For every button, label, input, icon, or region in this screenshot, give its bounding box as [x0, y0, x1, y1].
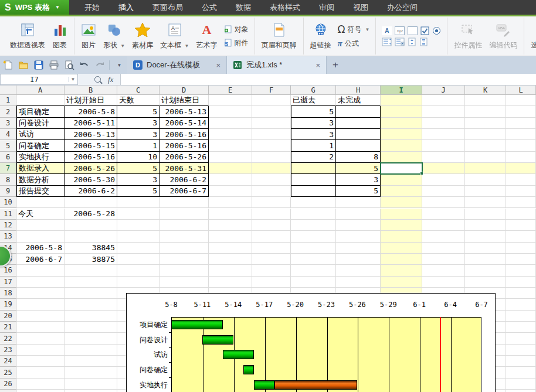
grid-cell[interactable]: [381, 254, 422, 265]
grid-cell[interactable]: 计划开始日: [65, 95, 117, 106]
grid-cell[interactable]: 2006-5-30: [65, 174, 117, 185]
grid-cell[interactable]: [336, 129, 381, 140]
grid-cell[interactable]: [506, 220, 536, 231]
grid-cell[interactable]: [336, 231, 381, 242]
ribbon-button[interactable]: 素材库: [129, 19, 156, 53]
grid-cell[interactable]: [160, 243, 209, 254]
text-input-control-icon[interactable]: xyz: [395, 26, 405, 35]
grid-cell[interactable]: 3: [117, 174, 160, 185]
grid-cell[interactable]: [506, 140, 536, 151]
grid-cell[interactable]: [65, 197, 117, 208]
column-header[interactable]: E: [209, 86, 252, 95]
grid-cell[interactable]: [252, 254, 291, 265]
grid-cell[interactable]: [209, 163, 252, 174]
grid-cell[interactable]: [209, 140, 252, 151]
grid-cell[interactable]: 5: [117, 186, 160, 197]
grid-cell[interactable]: [506, 231, 536, 242]
grid-cell[interactable]: [65, 322, 117, 333]
gantt-bar-elapsed[interactable]: [171, 320, 223, 329]
grid-cell[interactable]: [506, 254, 536, 265]
grid-cell[interactable]: [381, 197, 422, 208]
grid-cell[interactable]: [16, 220, 65, 231]
grid-cell[interactable]: [381, 231, 422, 242]
grid-cell[interactable]: [65, 277, 117, 288]
grid-cell[interactable]: 数据录入: [16, 163, 65, 174]
column-header[interactable]: D: [160, 86, 209, 95]
row-header[interactable]: 7: [0, 163, 16, 174]
grid-cell[interactable]: [209, 265, 252, 276]
row-header[interactable]: 6: [0, 152, 16, 163]
menu-tab[interactable]: 插入: [109, 0, 143, 15]
grid-cell[interactable]: [506, 379, 536, 390]
grid-cell[interactable]: [465, 197, 506, 208]
grid-cell[interactable]: [16, 299, 65, 310]
grid-cell[interactable]: [160, 197, 209, 208]
redo-icon[interactable]: [94, 60, 105, 71]
column-header[interactable]: I: [381, 86, 422, 95]
column-header[interactable]: H: [336, 86, 381, 95]
grid-cell[interactable]: 38845: [65, 243, 117, 254]
grid-cell[interactable]: 5: [291, 106, 336, 117]
grid-cell[interactable]: [65, 311, 117, 322]
grid-cell[interactable]: [209, 186, 252, 197]
row-header[interactable]: 10: [0, 197, 16, 208]
grid-cell[interactable]: 3: [336, 174, 381, 185]
grid-cell[interactable]: 2006-5-26: [160, 152, 209, 163]
column-header[interactable]: C: [117, 86, 160, 95]
select-all-corner[interactable]: [0, 86, 16, 95]
grid-cell[interactable]: 38875: [65, 254, 117, 265]
grid-cell[interactable]: 天数: [117, 95, 160, 106]
row-header[interactable]: 27: [0, 390, 16, 392]
grid-cell[interactable]: [381, 277, 422, 288]
open-folder-icon[interactable]: [18, 60, 29, 71]
grid-cell[interactable]: [336, 243, 381, 254]
grid-cell[interactable]: [209, 209, 252, 220]
grid-cell[interactable]: [422, 209, 465, 220]
grid-cell[interactable]: 2006-5-28: [65, 209, 117, 220]
list-box-control-icon[interactable]: [382, 38, 392, 46]
selected-cell[interactable]: [381, 163, 422, 174]
grid-cell[interactable]: 1: [291, 140, 336, 151]
toolbar-dropdown-icon[interactable]: ▼: [114, 60, 125, 71]
grid-cell[interactable]: [506, 152, 536, 163]
fill-handle[interactable]: [420, 172, 423, 175]
grid-cell[interactable]: [252, 95, 291, 106]
grid-cell[interactable]: [381, 186, 422, 197]
menu-tab[interactable]: 公式: [192, 0, 226, 15]
grid-cell[interactable]: [252, 163, 291, 174]
grid-cell[interactable]: [336, 209, 381, 220]
grid-cell[interactable]: [252, 129, 291, 140]
grid-cell[interactable]: [252, 186, 291, 197]
grid-cell[interactable]: [381, 106, 422, 117]
grid-cell[interactable]: 3: [117, 118, 160, 129]
grid-cell[interactable]: [422, 118, 465, 129]
ribbon-button[interactable]: 图表: [49, 19, 70, 53]
gantt-chart[interactable]: 5-85-115-145-175-205-235-265-296-16-46-7…: [126, 293, 496, 392]
grid-cell[interactable]: 2006-6-2: [160, 174, 209, 185]
grid-cell[interactable]: [117, 243, 160, 254]
grid-cell[interactable]: [209, 118, 252, 129]
grid-cell[interactable]: 2006-5-31: [160, 163, 209, 174]
row-header[interactable]: 8: [0, 174, 16, 185]
grid-cell[interactable]: 已逝去: [291, 95, 336, 106]
grid-cell[interactable]: [209, 243, 252, 254]
grid-cell[interactable]: [506, 299, 536, 310]
grid-cell[interactable]: [506, 390, 536, 392]
grid-cell[interactable]: [506, 288, 536, 299]
grid-cell[interactable]: [117, 277, 160, 288]
grid-cell[interactable]: [506, 265, 536, 276]
grid-cell[interactable]: [160, 277, 209, 288]
row-header[interactable]: 4: [0, 129, 16, 140]
close-icon[interactable]: ×: [216, 61, 220, 70]
grid-cell[interactable]: [336, 277, 381, 288]
grid-cell[interactable]: 2006-5-13: [65, 129, 117, 140]
grid-cell[interactable]: [381, 243, 422, 254]
grid-cell[interactable]: [422, 220, 465, 231]
grid-cell[interactable]: [422, 140, 465, 151]
grid-cell[interactable]: 报告提交: [16, 186, 65, 197]
row-header[interactable]: 22: [0, 333, 16, 344]
column-header[interactable]: J: [422, 86, 465, 95]
grid-cell[interactable]: [160, 209, 209, 220]
grid-cell[interactable]: 问卷设计: [16, 118, 65, 129]
grid-cell[interactable]: [16, 367, 65, 378]
